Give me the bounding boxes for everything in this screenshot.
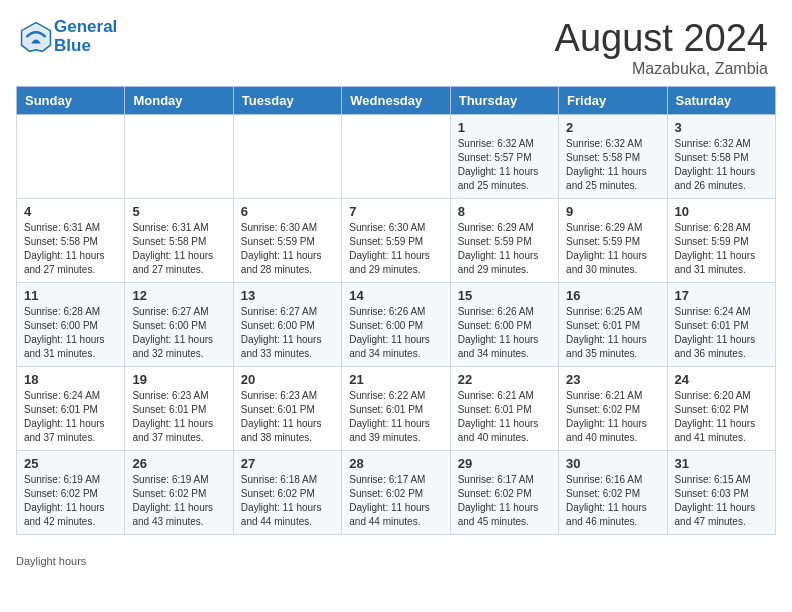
day-info: Sunrise: 6:27 AM Sunset: 6:00 PM Dayligh… — [132, 305, 225, 361]
calendar-cell: 6Sunrise: 6:30 AM Sunset: 5:59 PM Daylig… — [233, 198, 341, 282]
weekday-header: Wednesday — [342, 86, 450, 114]
day-info: Sunrise: 6:25 AM Sunset: 6:01 PM Dayligh… — [566, 305, 659, 361]
location-subtitle: Mazabuka, Zambia — [555, 60, 768, 78]
calendar-cell — [17, 114, 125, 198]
calendar-cell: 24Sunrise: 6:20 AM Sunset: 6:02 PM Dayli… — [667, 366, 775, 450]
day-info: Sunrise: 6:30 AM Sunset: 5:59 PM Dayligh… — [241, 221, 334, 277]
weekday-header: Friday — [559, 86, 667, 114]
day-info: Sunrise: 6:29 AM Sunset: 5:59 PM Dayligh… — [458, 221, 551, 277]
day-number: 18 — [24, 372, 117, 387]
logo-icon — [20, 21, 52, 53]
day-number: 27 — [241, 456, 334, 471]
calendar-cell: 9Sunrise: 6:29 AM Sunset: 5:59 PM Daylig… — [559, 198, 667, 282]
day-number: 21 — [349, 372, 442, 387]
day-info: Sunrise: 6:32 AM Sunset: 5:58 PM Dayligh… — [566, 137, 659, 193]
month-year-title: August 2024 — [555, 18, 768, 60]
weekday-header: Saturday — [667, 86, 775, 114]
calendar-cell: 31Sunrise: 6:15 AM Sunset: 6:03 PM Dayli… — [667, 450, 775, 534]
calendar-cell: 25Sunrise: 6:19 AM Sunset: 6:02 PM Dayli… — [17, 450, 125, 534]
weekday-header: Monday — [125, 86, 233, 114]
day-info: Sunrise: 6:31 AM Sunset: 5:58 PM Dayligh… — [132, 221, 225, 277]
calendar-cell: 8Sunrise: 6:29 AM Sunset: 5:59 PM Daylig… — [450, 198, 558, 282]
day-info: Sunrise: 6:15 AM Sunset: 6:03 PM Dayligh… — [675, 473, 768, 529]
day-info: Sunrise: 6:24 AM Sunset: 6:01 PM Dayligh… — [675, 305, 768, 361]
calendar-cell: 2Sunrise: 6:32 AM Sunset: 5:58 PM Daylig… — [559, 114, 667, 198]
calendar-cell: 28Sunrise: 6:17 AM Sunset: 6:02 PM Dayli… — [342, 450, 450, 534]
day-info: Sunrise: 6:18 AM Sunset: 6:02 PM Dayligh… — [241, 473, 334, 529]
calendar-cell — [125, 114, 233, 198]
day-info: Sunrise: 6:20 AM Sunset: 6:02 PM Dayligh… — [675, 389, 768, 445]
weekday-header: Tuesday — [233, 86, 341, 114]
day-info: Sunrise: 6:27 AM Sunset: 6:00 PM Dayligh… — [241, 305, 334, 361]
calendar-cell: 7Sunrise: 6:30 AM Sunset: 5:59 PM Daylig… — [342, 198, 450, 282]
day-number: 8 — [458, 204, 551, 219]
day-number: 26 — [132, 456, 225, 471]
day-info: Sunrise: 6:23 AM Sunset: 6:01 PM Dayligh… — [132, 389, 225, 445]
day-number: 13 — [241, 288, 334, 303]
calendar-cell: 23Sunrise: 6:21 AM Sunset: 6:02 PM Dayli… — [559, 366, 667, 450]
calendar-cell — [233, 114, 341, 198]
footer: Daylight hours — [0, 551, 792, 577]
day-number: 7 — [349, 204, 442, 219]
calendar-cell: 15Sunrise: 6:26 AM Sunset: 6:00 PM Dayli… — [450, 282, 558, 366]
calendar-cell: 18Sunrise: 6:24 AM Sunset: 6:01 PM Dayli… — [17, 366, 125, 450]
day-number: 11 — [24, 288, 117, 303]
day-info: Sunrise: 6:17 AM Sunset: 6:02 PM Dayligh… — [458, 473, 551, 529]
calendar-cell: 27Sunrise: 6:18 AM Sunset: 6:02 PM Dayli… — [233, 450, 341, 534]
calendar-cell: 11Sunrise: 6:28 AM Sunset: 6:00 PM Dayli… — [17, 282, 125, 366]
day-info: Sunrise: 6:30 AM Sunset: 5:59 PM Dayligh… — [349, 221, 442, 277]
calendar-cell: 13Sunrise: 6:27 AM Sunset: 6:00 PM Dayli… — [233, 282, 341, 366]
day-number: 4 — [24, 204, 117, 219]
day-info: Sunrise: 6:17 AM Sunset: 6:02 PM Dayligh… — [349, 473, 442, 529]
day-info: Sunrise: 6:32 AM Sunset: 5:58 PM Dayligh… — [675, 137, 768, 193]
calendar-cell: 30Sunrise: 6:16 AM Sunset: 6:02 PM Dayli… — [559, 450, 667, 534]
calendar-cell: 14Sunrise: 6:26 AM Sunset: 6:00 PM Dayli… — [342, 282, 450, 366]
logo: General Blue — [20, 18, 117, 55]
calendar-cell: 3Sunrise: 6:32 AM Sunset: 5:58 PM Daylig… — [667, 114, 775, 198]
day-info: Sunrise: 6:26 AM Sunset: 6:00 PM Dayligh… — [349, 305, 442, 361]
day-number: 24 — [675, 372, 768, 387]
calendar-cell: 22Sunrise: 6:21 AM Sunset: 6:01 PM Dayli… — [450, 366, 558, 450]
day-info: Sunrise: 6:32 AM Sunset: 5:57 PM Dayligh… — [458, 137, 551, 193]
day-info: Sunrise: 6:29 AM Sunset: 5:59 PM Dayligh… — [566, 221, 659, 277]
day-number: 6 — [241, 204, 334, 219]
day-number: 17 — [675, 288, 768, 303]
logo-text: General Blue — [54, 18, 117, 55]
calendar-cell — [342, 114, 450, 198]
day-number: 10 — [675, 204, 768, 219]
day-info: Sunrise: 6:23 AM Sunset: 6:01 PM Dayligh… — [241, 389, 334, 445]
day-info: Sunrise: 6:19 AM Sunset: 6:02 PM Dayligh… — [24, 473, 117, 529]
day-number: 14 — [349, 288, 442, 303]
calendar-cell: 1Sunrise: 6:32 AM Sunset: 5:57 PM Daylig… — [450, 114, 558, 198]
day-number: 3 — [675, 120, 768, 135]
daylight-hours-label: Daylight hours — [16, 555, 86, 567]
day-number: 29 — [458, 456, 551, 471]
day-info: Sunrise: 6:22 AM Sunset: 6:01 PM Dayligh… — [349, 389, 442, 445]
day-number: 19 — [132, 372, 225, 387]
calendar-cell: 21Sunrise: 6:22 AM Sunset: 6:01 PM Dayli… — [342, 366, 450, 450]
day-info: Sunrise: 6:21 AM Sunset: 6:02 PM Dayligh… — [566, 389, 659, 445]
day-info: Sunrise: 6:24 AM Sunset: 6:01 PM Dayligh… — [24, 389, 117, 445]
calendar-cell: 5Sunrise: 6:31 AM Sunset: 5:58 PM Daylig… — [125, 198, 233, 282]
calendar-cell: 17Sunrise: 6:24 AM Sunset: 6:01 PM Dayli… — [667, 282, 775, 366]
day-info: Sunrise: 6:21 AM Sunset: 6:01 PM Dayligh… — [458, 389, 551, 445]
day-number: 22 — [458, 372, 551, 387]
day-number: 30 — [566, 456, 659, 471]
calendar-cell: 4Sunrise: 6:31 AM Sunset: 5:58 PM Daylig… — [17, 198, 125, 282]
calendar-table: SundayMondayTuesdayWednesdayThursdayFrid… — [16, 86, 776, 535]
day-number: 1 — [458, 120, 551, 135]
day-number: 12 — [132, 288, 225, 303]
day-info: Sunrise: 6:28 AM Sunset: 5:59 PM Dayligh… — [675, 221, 768, 277]
day-info: Sunrise: 6:26 AM Sunset: 6:00 PM Dayligh… — [458, 305, 551, 361]
day-number: 9 — [566, 204, 659, 219]
calendar-cell: 16Sunrise: 6:25 AM Sunset: 6:01 PM Dayli… — [559, 282, 667, 366]
day-number: 25 — [24, 456, 117, 471]
page-header: General Blue August 2024 Mazabuka, Zambi… — [0, 0, 792, 86]
weekday-header: Sunday — [17, 86, 125, 114]
calendar-cell: 12Sunrise: 6:27 AM Sunset: 6:00 PM Dayli… — [125, 282, 233, 366]
calendar-cell: 10Sunrise: 6:28 AM Sunset: 5:59 PM Dayli… — [667, 198, 775, 282]
day-number: 16 — [566, 288, 659, 303]
day-number: 31 — [675, 456, 768, 471]
day-number: 23 — [566, 372, 659, 387]
day-number: 2 — [566, 120, 659, 135]
